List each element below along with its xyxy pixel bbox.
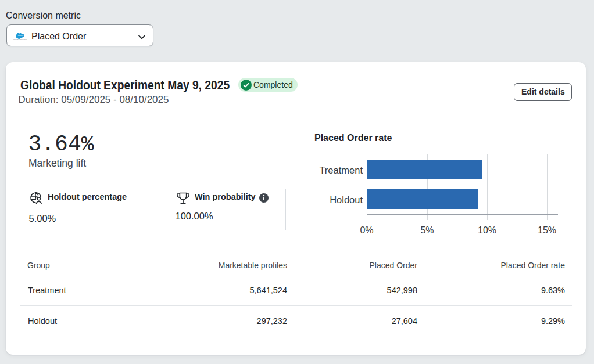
svg-text:COMMERCE CLOUD: COMMERCE CLOUD [13,39,27,41]
svg-text:salesforce: salesforce [18,35,24,36]
